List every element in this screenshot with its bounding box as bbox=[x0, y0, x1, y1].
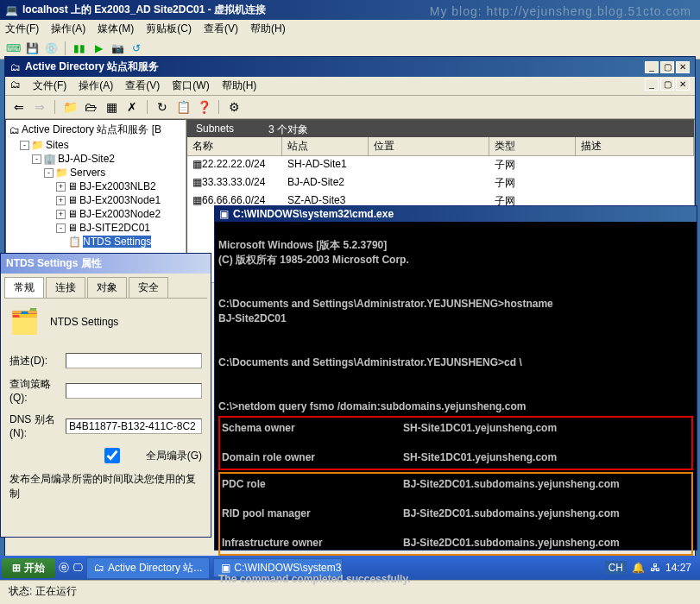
vm-disk-icon[interactable]: 💾 bbox=[24, 41, 40, 56]
tab-security[interactable]: 安全 bbox=[129, 277, 168, 298]
child-restore-button[interactable]: ▢ bbox=[660, 79, 674, 91]
close-button[interactable]: ✕ bbox=[676, 61, 690, 73]
ad-menubar: 🗂 文件(F) 操作(A) 查看(V) 窗口(W) 帮助(H) _ ▢ ✕ bbox=[5, 77, 695, 96]
ad-menu-file[interactable]: 文件(F) bbox=[33, 79, 66, 93]
vm-menu-view[interactable]: 查看(V) bbox=[204, 22, 238, 36]
task-ad-sites[interactable]: 🗂 Active Directory 站... bbox=[86, 557, 210, 579]
help-icon[interactable]: ❓ bbox=[195, 98, 212, 116]
expand-icon[interactable]: + bbox=[56, 196, 66, 205]
dns-input[interactable] bbox=[66, 418, 202, 434]
list-row[interactable]: ▦22.22.22.0/24 SH-AD-Site1 子网 bbox=[187, 156, 694, 174]
export-icon[interactable]: 📋 bbox=[174, 98, 192, 116]
vm-status-text: 状态: 正在运行 bbox=[9, 585, 77, 597]
col-site[interactable]: 站点 bbox=[282, 137, 369, 155]
col-name[interactable]: 名称 bbox=[187, 137, 282, 155]
collapse-icon[interactable]: - bbox=[44, 168, 54, 178]
quick-ie-icon[interactable]: ⓔ bbox=[59, 561, 69, 576]
vm-disk2-icon[interactable]: 💿 bbox=[43, 41, 59, 56]
list-columns: 名称 站点 位置 类型 描述 bbox=[187, 137, 694, 156]
tree-root[interactable]: 🗂Active Directory 站点和服务 [B bbox=[8, 122, 184, 138]
minimize-button[interactable]: _ bbox=[645, 61, 659, 73]
props-tabs: 常规 连接 对象 安全 bbox=[1, 274, 211, 298]
ntds-properties-dialog: NTDS Settings 属性 常规 连接 对象 安全 🗂️ NTDS Set… bbox=[0, 253, 211, 538]
vm-snapshot-icon[interactable]: 📷 bbox=[110, 41, 125, 56]
maximize-button[interactable]: ▢ bbox=[660, 61, 674, 73]
subnet-icon: ▦ bbox=[192, 194, 202, 206]
cmd-window[interactable]: ▣ C:\WINDOWS\system32\cmd.exe Microsoft … bbox=[214, 205, 697, 551]
windows-logo-icon: ⊞ bbox=[12, 562, 21, 574]
desc-input[interactable] bbox=[66, 353, 202, 368]
delete-icon[interactable]: ✗ bbox=[123, 98, 141, 116]
vm-ctrl-alt-del-icon[interactable]: ⌨ bbox=[5, 41, 21, 56]
vm-menu-action[interactable]: 操作(A) bbox=[51, 22, 85, 36]
vm-icon: 💻 bbox=[5, 4, 18, 16]
desc-label: 描述(D): bbox=[9, 354, 57, 368]
folder-icon[interactable]: 🗁 bbox=[82, 98, 99, 116]
ad-menu-view[interactable]: 查看(V) bbox=[125, 79, 160, 93]
tree-node2[interactable]: +🖥BJ-Ex2003Node2 bbox=[8, 207, 184, 221]
settings-icon[interactable]: ⚙ bbox=[225, 98, 243, 116]
watermark-text: My blog: http://yejunsheng.blog.51cto.co… bbox=[430, 4, 691, 18]
tab-general[interactable]: 常规 bbox=[4, 277, 44, 298]
tree-ntds-settings[interactable]: 📋NTDS Settings bbox=[8, 235, 184, 249]
refresh-icon[interactable]: ↻ bbox=[154, 98, 171, 116]
cmd-icon: ▣ bbox=[219, 208, 229, 220]
expand-icon[interactable]: + bbox=[56, 182, 66, 192]
col-desc[interactable]: 描述 bbox=[576, 137, 694, 155]
ntds-heading: NTDS Settings bbox=[50, 316, 118, 328]
tree-nlb2[interactable]: +🖥BJ-Ex2003NLB2 bbox=[8, 179, 184, 193]
ad-menu-action[interactable]: 操作(A) bbox=[79, 79, 113, 93]
tree-dc01[interactable]: -🖥BJ-SITE2DC01 bbox=[8, 221, 184, 235]
tab-connection[interactable]: 连接 bbox=[46, 277, 85, 298]
subnet-icon: ▦ bbox=[192, 158, 202, 170]
gc-checkbox[interactable] bbox=[87, 448, 137, 463]
props-title: NTDS Settings 属性 bbox=[1, 254, 211, 274]
start-button[interactable]: ⊞ 开始 bbox=[2, 558, 55, 578]
back-icon[interactable]: ⇐ bbox=[10, 98, 28, 116]
child-minimize-button[interactable]: _ bbox=[645, 79, 659, 91]
ntds-icon: 🗂️ bbox=[9, 307, 40, 336]
gc-label: 全局编录(G) bbox=[146, 449, 202, 463]
vm-play-icon[interactable]: ▶ bbox=[91, 41, 106, 56]
tree-node1[interactable]: +🖥BJ-Ex2003Node1 bbox=[8, 193, 184, 207]
cmd-output: Microsoft Windows [版本 5.2.3790](C) 版权所有 … bbox=[215, 222, 697, 604]
vm-revert-icon[interactable]: ↺ bbox=[129, 41, 144, 56]
list-row[interactable]: ▦33.33.33.0/24 BJ-AD-Site2 子网 bbox=[187, 174, 694, 192]
collapse-icon[interactable]: - bbox=[56, 223, 66, 233]
tree-servers[interactable]: -📁Servers bbox=[8, 166, 184, 179]
list-count: 3 个对象 bbox=[268, 123, 308, 135]
task-ad-icon: 🗂 bbox=[94, 562, 104, 574]
ad-toolbar: ⇐ ⇒ 📁 🗁 ▦ ✗ ↻ 📋 ❓ ⚙ bbox=[5, 96, 695, 119]
prop-icon[interactable]: ▦ bbox=[103, 98, 120, 116]
expand-icon[interactable]: + bbox=[56, 210, 66, 219]
tab-object[interactable]: 对象 bbox=[87, 277, 127, 298]
collapse-icon[interactable]: - bbox=[32, 154, 41, 164]
up-icon[interactable]: 📁 bbox=[61, 98, 79, 116]
vm-pause-icon[interactable]: ▮▮ bbox=[72, 41, 87, 56]
forward-icon[interactable]: ⇒ bbox=[31, 98, 48, 116]
tree-site2[interactable]: -🏢BJ-AD-Site2 bbox=[8, 152, 184, 166]
vm-menu-help[interactable]: 帮助(H) bbox=[250, 22, 286, 36]
dns-label: DNS 别名(N): bbox=[9, 412, 57, 439]
ad-menu-help[interactable]: 帮助(H) bbox=[222, 79, 257, 93]
subnet-icon: ▦ bbox=[192, 176, 202, 188]
child-close-button[interactable]: ✕ bbox=[676, 79, 690, 91]
fsmo-domain-roles-box: PDC roleBJ-Site2DC01.subdomains.yejunshe… bbox=[218, 472, 693, 556]
list-pane-name: Subnets bbox=[196, 123, 234, 135]
ad-menu-window[interactable]: 窗口(W) bbox=[172, 79, 209, 93]
tree-root-icon: 🗂 bbox=[9, 124, 20, 136]
vm-menu-media[interactable]: 媒体(M) bbox=[98, 22, 134, 36]
ad-app-icon: 🗂 bbox=[10, 61, 21, 73]
query-input[interactable] bbox=[66, 383, 202, 399]
col-location[interactable]: 位置 bbox=[369, 137, 489, 155]
vm-menu-clipboard[interactable]: 剪贴板(C) bbox=[146, 22, 192, 36]
vm-menu-file[interactable]: 文件(F) bbox=[5, 22, 39, 36]
query-label: 查询策略(Q): bbox=[9, 377, 57, 404]
col-type[interactable]: 类型 bbox=[489, 137, 576, 155]
collapse-icon[interactable]: - bbox=[20, 141, 29, 150]
gc-note: 发布全局编录所需的时间取决您使用的复制 bbox=[9, 472, 202, 501]
quick-desktop-icon[interactable]: 🖵 bbox=[73, 562, 83, 574]
ad-menu-icon: 🗂 bbox=[10, 79, 21, 93]
tree-sites[interactable]: -📁Sites bbox=[8, 138, 184, 152]
ad-titlebar: 🗂 Active Directory 站点和服务 _ ▢ ✕ bbox=[5, 57, 695, 77]
